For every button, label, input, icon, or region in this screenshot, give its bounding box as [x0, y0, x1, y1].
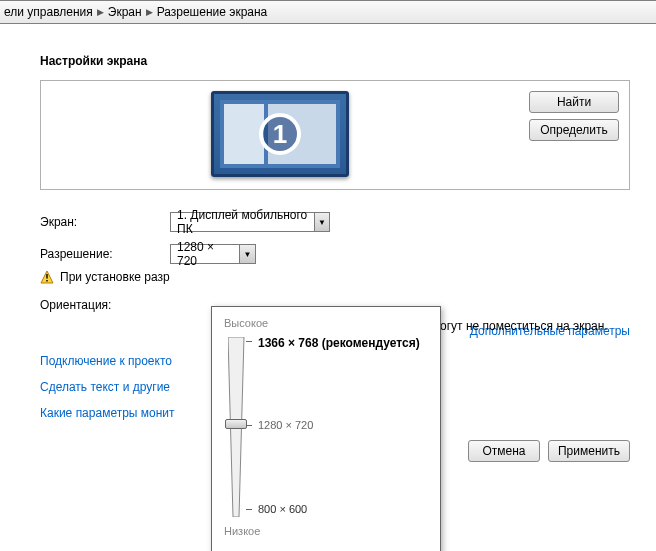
resolution-slider[interactable]	[228, 337, 246, 517]
screen-dropdown-value: 1. Дисплей мобильного ПК	[171, 208, 314, 236]
resolution-slider-popup: Высокое 1366 × 768 (рекомендуется) 1280 …	[211, 306, 441, 551]
chevron-down-icon[interactable]: ▼	[314, 213, 329, 231]
slider-option-recommended: 1366 × 768 (рекомендуется)	[258, 336, 420, 350]
screen-label: Экран:	[40, 215, 170, 229]
breadcrumb-item-resolution[interactable]: Разрешение экрана	[157, 5, 268, 19]
chevron-down-icon[interactable]: ▼	[239, 245, 255, 263]
resolution-dropdown-value: 1280 × 720	[171, 240, 239, 268]
svg-rect-1	[46, 274, 47, 279]
resolution-dropdown[interactable]: 1280 × 720 ▼	[170, 244, 256, 264]
warning-icon	[40, 270, 54, 284]
display-preview: 1 Найти Определить	[40, 80, 630, 190]
slider-low-label: Низкое	[224, 525, 428, 537]
warning-text-left: При установке разр	[60, 270, 170, 284]
breadcrumb-item-screen[interactable]: Экран	[108, 5, 142, 19]
screen-dropdown[interactable]: 1. Дисплей мобильного ПК ▼	[170, 212, 330, 232]
monitor-thumbnail[interactable]: 1	[211, 91, 349, 177]
chevron-right-icon: ▶	[97, 7, 104, 17]
svg-rect-2	[46, 280, 47, 282]
page-title: Настройки экрана	[40, 54, 656, 68]
orientation-label: Ориентация:	[40, 298, 170, 312]
slider-option-min: 800 × 600	[258, 503, 307, 515]
breadcrumb: ели управления ▶ Экран ▶ Разрешение экра…	[0, 0, 656, 24]
resolution-label: Разрешение:	[40, 247, 170, 261]
warning-text-right: огут не поместиться на экран.	[440, 319, 608, 333]
identify-button[interactable]: Определить	[529, 119, 619, 141]
slider-high-label: Высокое	[224, 317, 428, 329]
find-button[interactable]: Найти	[529, 91, 619, 113]
slider-option-current: 1280 × 720	[258, 419, 313, 431]
breadcrumb-item-control-panel[interactable]: ели управления	[4, 5, 93, 19]
slider-thumb[interactable]	[225, 419, 247, 429]
apply-button[interactable]: Применить	[548, 440, 630, 462]
cancel-button[interactable]: Отмена	[468, 440, 540, 462]
chevron-right-icon: ▶	[146, 7, 153, 17]
monitor-number-badge: 1	[259, 113, 301, 155]
